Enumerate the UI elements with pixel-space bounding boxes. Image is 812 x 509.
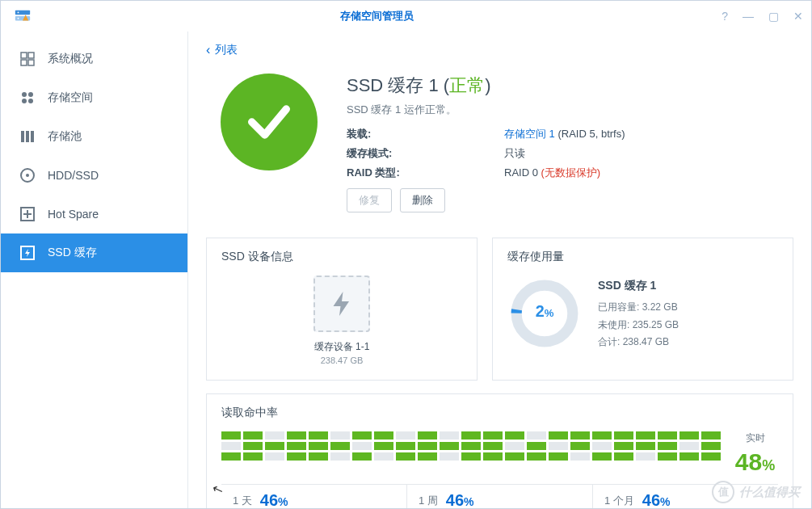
- hit-block: [679, 431, 699, 440]
- sidebar-item-overview[interactable]: 系统概况: [1, 40, 187, 78]
- svg-rect-7: [28, 60, 34, 65]
- maximize-icon[interactable]: ▢: [768, 10, 779, 23]
- hit-block: [287, 442, 306, 450]
- hit-block: [505, 431, 524, 440]
- hit-block: [505, 452, 524, 461]
- hit-block: [527, 452, 546, 461]
- hit-block: [309, 431, 328, 440]
- hit-block: [549, 431, 568, 440]
- hit-block: [461, 452, 481, 461]
- hit-block: [396, 452, 415, 461]
- repair-button: 修复: [347, 188, 392, 212]
- hit-block: [505, 442, 524, 450]
- hit-block: [658, 442, 677, 450]
- sidebar-item-label: Hot Spare: [48, 208, 99, 221]
- hit-block: [440, 442, 459, 450]
- status-text: 正常: [449, 75, 485, 95]
- hit-block: [636, 431, 655, 440]
- hit-block: [352, 442, 372, 450]
- back-link[interactable]: ‹ 列表: [206, 32, 793, 65]
- hit-block: [461, 442, 481, 450]
- sidebar: 系统概况 存储空间 存储池 HDD/SSD Hot Spare: [1, 32, 188, 508]
- storage-icon: [19, 89, 36, 107]
- hit-block: [570, 442, 590, 450]
- hit-block: [549, 442, 568, 450]
- ssd-device-icon: [313, 276, 370, 332]
- hit-block: [658, 452, 677, 461]
- sidebar-item-storage[interactable]: 存储空间: [1, 78, 187, 117]
- mode-value: 只读: [504, 146, 525, 161]
- cache-used: 已用容量: 3.22 GB: [598, 299, 679, 317]
- svg-rect-5: [28, 53, 34, 58]
- ssd-cache-icon: [19, 244, 36, 262]
- panel-title: 读取命中率: [221, 406, 778, 420]
- sidebar-item-pool[interactable]: 存储池: [1, 117, 187, 156]
- watermark: 值 什么值得买: [712, 481, 800, 503]
- hit-block: [330, 452, 350, 461]
- status-ok-icon: [221, 74, 318, 170]
- close-icon[interactable]: ✕: [793, 10, 803, 23]
- hotspare-icon: [19, 205, 36, 223]
- hit-block: [614, 442, 633, 450]
- hit-block: [330, 442, 350, 450]
- hit-block: [374, 431, 393, 440]
- hit-block: [549, 452, 568, 461]
- sidebar-item-hotspare[interactable]: Hot Spare: [1, 195, 187, 233]
- hit-block: [701, 431, 721, 440]
- hit-block: [265, 442, 284, 450]
- hit-block: [265, 452, 284, 461]
- hit-block: [243, 452, 263, 461]
- overview-icon: [19, 50, 36, 68]
- svg-text:2%: 2%: [536, 302, 554, 320]
- svg-point-9: [28, 92, 33, 97]
- cache-total: 合计: 238.47 GB: [598, 334, 679, 351]
- device-name: 缓存设备 1-1: [304, 340, 380, 354]
- hit-block: [679, 442, 699, 450]
- hit-block: [352, 452, 372, 461]
- hit-block: [483, 442, 503, 450]
- titlebar: 存储空间管理员 ? — ▢ ✕: [1, 1, 811, 32]
- hit-block: [418, 431, 437, 440]
- hit-block: [570, 431, 590, 440]
- svg-point-10: [22, 99, 27, 103]
- hit-block: [440, 431, 459, 440]
- chevron-left-icon: ‹: [206, 43, 210, 57]
- svg-point-8: [22, 92, 27, 97]
- hit-block: [374, 452, 393, 461]
- hit-block: [527, 431, 546, 440]
- hitrate-blocks: [221, 431, 721, 476]
- svg-point-16: [26, 174, 29, 177]
- hitrate-panel: 读取命中率 实时 48% 1 天 46% 1 周 46% 1 个月: [206, 393, 793, 508]
- svg-point-11: [28, 99, 33, 103]
- sidebar-item-label: HDD/SSD: [48, 169, 99, 182]
- hit-block: [483, 452, 503, 461]
- mode-label: 缓存模式:: [347, 146, 504, 161]
- hit-block: [636, 442, 655, 450]
- sidebar-item-hdd-ssd[interactable]: HDD/SSD: [1, 156, 187, 195]
- hit-block: [440, 452, 459, 461]
- summary: SSD 缓存 1 (正常) SSD 缓存 1 运作正常。 装载: 存储空间 1 …: [206, 65, 793, 226]
- device-card[interactable]: 缓存设备 1-1 238.47 GB: [304, 276, 380, 365]
- hit-block: [330, 431, 350, 440]
- stat-week: 1 周 46%: [406, 485, 592, 508]
- minimize-icon[interactable]: —: [743, 10, 754, 23]
- donut-chart: 2%: [507, 276, 582, 351]
- hit-block: [309, 452, 328, 461]
- hit-block: [527, 442, 546, 450]
- sidebar-item-ssd-cache[interactable]: SSD 缓存: [1, 233, 187, 272]
- delete-button[interactable]: 删除: [400, 188, 445, 212]
- hit-block: [614, 431, 633, 440]
- app-icon: [14, 7, 32, 25]
- hit-block: [221, 431, 241, 440]
- mount-value: 存储空间 1 (RAID 5, btrfs): [504, 127, 625, 141]
- hit-block: [221, 452, 241, 461]
- help-icon[interactable]: ?: [722, 10, 728, 23]
- window-controls: ? — ▢ ✕: [722, 10, 803, 23]
- hit-block: [221, 442, 241, 450]
- realtime-stat: 实时 48%: [721, 431, 778, 476]
- mount-link[interactable]: 存储空间 1: [504, 128, 555, 140]
- svg-rect-14: [31, 131, 34, 142]
- cache-usage-panel: 缓存使用量 2% SSD 缓存 1 已用容量: 3.22 GB 未使用: 235…: [492, 238, 793, 381]
- hit-block: [570, 452, 590, 461]
- disk-icon: [19, 166, 36, 184]
